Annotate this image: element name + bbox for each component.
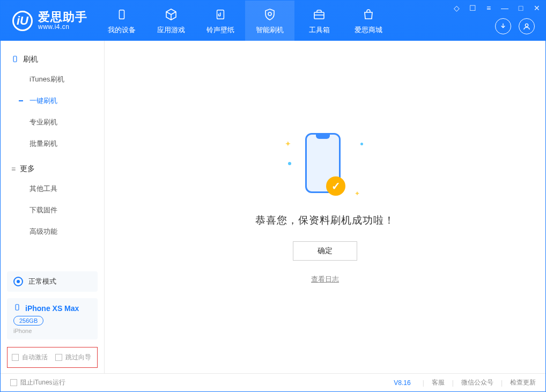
ok-button[interactable]: 确定 bbox=[293, 241, 357, 261]
checkbox-block-itunes[interactable]: 阻止iTunes运行 bbox=[10, 378, 65, 387]
view-log-link[interactable]: 查看日志 bbox=[311, 275, 339, 284]
user-button[interactable] bbox=[519, 18, 535, 34]
maximize-button[interactable]: □ bbox=[517, 4, 525, 12]
device-card[interactable]: iPhone XS Max 256GB iPhone bbox=[7, 298, 98, 339]
sidebar-item-pro-flash[interactable]: 专业刷机 bbox=[1, 112, 104, 133]
separator: | bbox=[423, 379, 424, 387]
toolbox-icon bbox=[312, 7, 327, 22]
tab-store[interactable]: 爱思商城 bbox=[344, 1, 393, 41]
download-button[interactable] bbox=[495, 18, 511, 34]
body: 刷机 iTunes刷机 一键刷机 专业刷机 批量刷机 ≡ 更多 其他工具 下载固… bbox=[1, 41, 545, 373]
close-button[interactable]: ✕ bbox=[533, 4, 541, 12]
checkbox-auto-activate[interactable]: 自动激活 bbox=[12, 353, 48, 362]
tab-label: 智能刷机 bbox=[256, 25, 284, 35]
sparkle-icon: ✦ bbox=[355, 190, 360, 197]
svg-rect-6 bbox=[16, 305, 19, 310]
success-message: 恭喜您，保资料刷机成功啦！ bbox=[255, 213, 395, 227]
tab-my-device[interactable]: 我的设备 bbox=[97, 1, 146, 41]
tab-toolbox[interactable]: 工具箱 bbox=[294, 1, 344, 41]
separator: | bbox=[501, 379, 503, 387]
group-title-text: 刷机 bbox=[23, 55, 38, 64]
app-title: 爱思助手 bbox=[38, 11, 87, 24]
device-name-text: iPhone XS Max bbox=[25, 304, 79, 313]
group-title-text: 更多 bbox=[20, 164, 35, 174]
phone-notch bbox=[316, 135, 330, 139]
mode-label: 正常模式 bbox=[28, 277, 56, 286]
statusbar: 阻止iTunes运行 V8.16 | 客服 | 微信公众号 | 检查更新 bbox=[1, 373, 545, 391]
nav-tabs: 我的设备 应用游戏 铃声壁纸 智能刷机 工具箱 爱思商城 bbox=[97, 1, 393, 41]
checkbox-icon bbox=[55, 354, 62, 361]
phone-illustration: ✓ bbox=[305, 133, 341, 193]
skin-icon[interactable]: ◇ bbox=[452, 4, 461, 12]
tab-smart-flash[interactable]: 智能刷机 bbox=[245, 1, 294, 41]
main-content: ✦ ✓ ✦ 恭喜您，保资料刷机成功啦！ 确定 查看日志 bbox=[105, 41, 545, 373]
sidebar-item-itunes-flash[interactable]: iTunes刷机 bbox=[1, 69, 104, 90]
svg-rect-5 bbox=[13, 56, 17, 62]
tab-apps-games[interactable]: 应用游戏 bbox=[146, 1, 196, 41]
phone-outline-icon bbox=[11, 55, 19, 64]
cube-icon bbox=[164, 7, 179, 22]
mode-icon bbox=[13, 277, 23, 286]
options-box: 自动激活 跳过向导 bbox=[7, 347, 98, 368]
version-text: V8.16 bbox=[394, 379, 410, 387]
checkbox-label: 自动激活 bbox=[22, 353, 48, 362]
sidebar-group-flash: 刷机 iTunes刷机 一键刷机 专业刷机 批量刷机 bbox=[1, 50, 104, 160]
sidebar-group-title: 刷机 bbox=[1, 50, 104, 69]
shield-icon bbox=[262, 7, 277, 22]
window-controls: ◇ ☐ ≡ — □ ✕ bbox=[452, 4, 541, 12]
menu-icon[interactable]: ≡ bbox=[484, 4, 493, 12]
separator: | bbox=[452, 379, 454, 387]
svg-point-4 bbox=[525, 24, 528, 26]
sidebar-item-batch-flash[interactable]: 批量刷机 bbox=[1, 133, 104, 154]
sidebar-item-oneclick-flash[interactable]: 一键刷机 bbox=[1, 90, 104, 112]
app-subtitle: www.i4.cn bbox=[38, 24, 87, 31]
svg-rect-3 bbox=[314, 12, 324, 19]
sparkle-icon: ✦ bbox=[285, 139, 291, 148]
checkbox-icon bbox=[10, 379, 17, 386]
status-link-update[interactable]: 检查更新 bbox=[510, 378, 536, 387]
tab-ringtones-wallpapers[interactable]: 铃声壁纸 bbox=[196, 1, 245, 41]
checkbox-icon bbox=[12, 354, 19, 361]
checkbox-skip-guide[interactable]: 跳过向导 bbox=[55, 353, 91, 362]
music-icon bbox=[213, 7, 228, 22]
shop-icon bbox=[361, 7, 376, 22]
tab-label: 铃声壁纸 bbox=[206, 25, 234, 35]
sidebar-group-more: ≡ 更多 其他工具 下载固件 高级功能 bbox=[1, 160, 104, 248]
sidebar-item-download-firmware[interactable]: 下载固件 bbox=[1, 199, 104, 221]
mode-card[interactable]: 正常模式 bbox=[7, 271, 98, 292]
sidebar-item-other-tools[interactable]: 其他工具 bbox=[1, 178, 104, 199]
svg-rect-0 bbox=[119, 10, 124, 19]
device-storage-badge: 256GB bbox=[13, 316, 43, 326]
titlebar: iU 爱思助手 www.i4.cn 我的设备 应用游戏 铃声壁纸 智能刷机 bbox=[1, 1, 545, 41]
header-actions bbox=[495, 18, 535, 34]
checkbox-label: 阻止iTunes运行 bbox=[20, 378, 65, 387]
device-icon bbox=[114, 7, 129, 22]
tab-label: 爱思商城 bbox=[355, 25, 382, 35]
status-link-support[interactable]: 客服 bbox=[432, 378, 445, 387]
tab-label: 工具箱 bbox=[309, 25, 330, 35]
success-illustration: ✦ ✓ ✦ bbox=[285, 130, 365, 199]
checkbox-label: 跳过向导 bbox=[65, 353, 91, 362]
logo-icon: iU bbox=[12, 11, 33, 31]
list-icon: ≡ bbox=[11, 165, 16, 173]
app-logo: iU 爱思助手 www.i4.cn bbox=[1, 11, 97, 31]
tab-label: 应用游戏 bbox=[157, 25, 185, 35]
app-window: iU 爱思助手 www.i4.cn 我的设备 应用游戏 铃声壁纸 智能刷机 bbox=[0, 0, 546, 392]
tab-label: 我的设备 bbox=[108, 25, 136, 35]
feedback-icon[interactable]: ☐ bbox=[468, 4, 477, 12]
check-badge-icon: ✓ bbox=[326, 176, 345, 196]
sidebar: 刷机 iTunes刷机 一键刷机 专业刷机 批量刷机 ≡ 更多 其他工具 下载固… bbox=[1, 41, 105, 373]
device-type-text: iPhone bbox=[13, 328, 91, 334]
sidebar-group-title: ≡ 更多 bbox=[1, 160, 104, 178]
device-phone-icon bbox=[13, 304, 21, 313]
svg-point-2 bbox=[268, 12, 271, 16]
dot-icon bbox=[288, 162, 291, 165]
dot-icon bbox=[360, 143, 363, 145]
status-link-wechat[interactable]: 微信公众号 bbox=[461, 378, 493, 387]
minimize-button[interactable]: — bbox=[500, 4, 509, 12]
sidebar-item-advanced[interactable]: 高级功能 bbox=[1, 221, 104, 242]
